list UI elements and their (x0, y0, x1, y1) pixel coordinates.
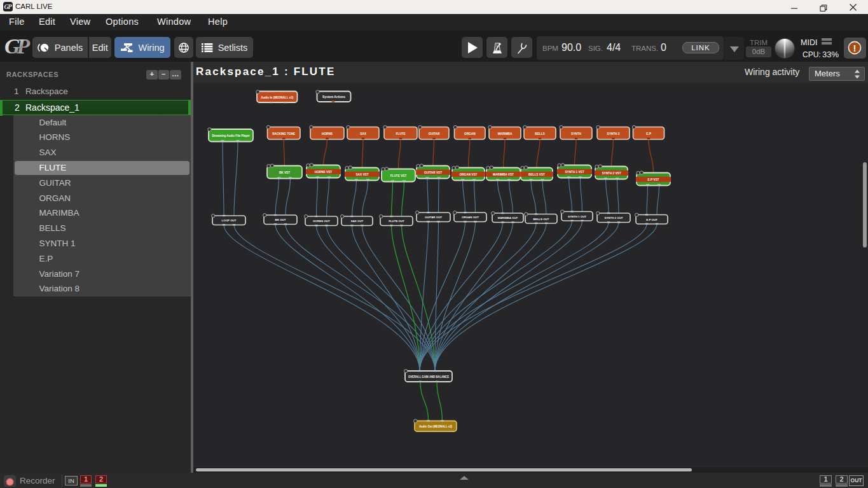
svg-text:HORNS OUT: HORNS OUT (313, 220, 330, 223)
svg-text:E.P OUT: E.P OUT (646, 218, 658, 221)
svg-text:ORGAN VST: ORGAN VST (460, 173, 478, 176)
svg-text:SYNTH: SYNTH (571, 132, 582, 136)
svg-text:SYNTH 1 OUT: SYNTH 1 OUT (568, 215, 586, 218)
svg-text:E.P VST: E.P VST (648, 178, 659, 181)
svg-text:BACKING TONE: BACKING TONE (272, 132, 295, 136)
svg-text:FLUTE VST: FLUTE VST (390, 174, 407, 178)
svg-text:BK OUT: BK OUT (275, 218, 286, 221)
svg-text:SYNTH 2 OUT: SYNTH 2 OUT (604, 216, 623, 220)
svg-text:E.P: E.P (646, 132, 651, 136)
svg-text:SAX VST: SAX VST (355, 173, 368, 176)
svg-text:BELLS VST: BELLS VST (528, 173, 545, 176)
svg-text:OVERALL GAIN AND BALANCE: OVERALL GAIN AND BALANCE (408, 375, 449, 379)
svg-text:SYNTH 1 VST: SYNTH 1 VST (565, 171, 584, 174)
svg-text:GUITAR VST: GUITAR VST (424, 171, 442, 174)
svg-text:Streaming Audio File Player: Streaming Audio File Player (212, 134, 250, 137)
svg-text:ORGAN OUT: ORGAN OUT (462, 216, 479, 219)
svg-text:SYNTH 2: SYNTH 2 (607, 132, 620, 136)
svg-text:SAX: SAX (360, 132, 367, 136)
svg-text:GP: GP (4, 3, 13, 10)
svg-text:MARIMBA VST: MARIMBA VST (493, 173, 514, 176)
svg-text:SYNTH 2 VST: SYNTH 2 VST (602, 172, 621, 175)
svg-text:BELLS: BELLS (535, 132, 544, 136)
svg-text:HORNS VST: HORNS VST (315, 171, 332, 174)
svg-text:System Actions: System Actions (322, 95, 345, 99)
svg-text:HORNS: HORNS (322, 132, 333, 136)
svg-text:Audio Out (MEDNALL v2): Audio Out (MEDNALL v2) (419, 425, 452, 428)
svg-text:FLUTE OUT: FLUTE OUT (389, 220, 404, 223)
svg-text:BELLS OUT: BELLS OUT (534, 218, 549, 221)
svg-text:SAX OUT: SAX OUT (351, 220, 364, 223)
svg-text:Audio In (MEDNALL v2): Audio In (MEDNALL v2) (261, 96, 293, 99)
svg-text:!: ! (853, 43, 857, 53)
svg-text:ORGAN: ORGAN (464, 132, 476, 136)
svg-text:BK VST: BK VST (279, 171, 290, 174)
svg-text:LOOP OUT: LOOP OUT (222, 219, 237, 222)
svg-text:GP: GP (4, 34, 30, 58)
svg-text:MARIMBA OUT: MARIMBA OUT (498, 216, 518, 220)
svg-text:FLUTE: FLUTE (396, 132, 405, 136)
svg-text:MARIMBA: MARIMBA (498, 132, 513, 136)
svg-text:GUITAR: GUITAR (429, 132, 440, 136)
svg-text:GUITAR OUT: GUITAR OUT (425, 216, 442, 219)
